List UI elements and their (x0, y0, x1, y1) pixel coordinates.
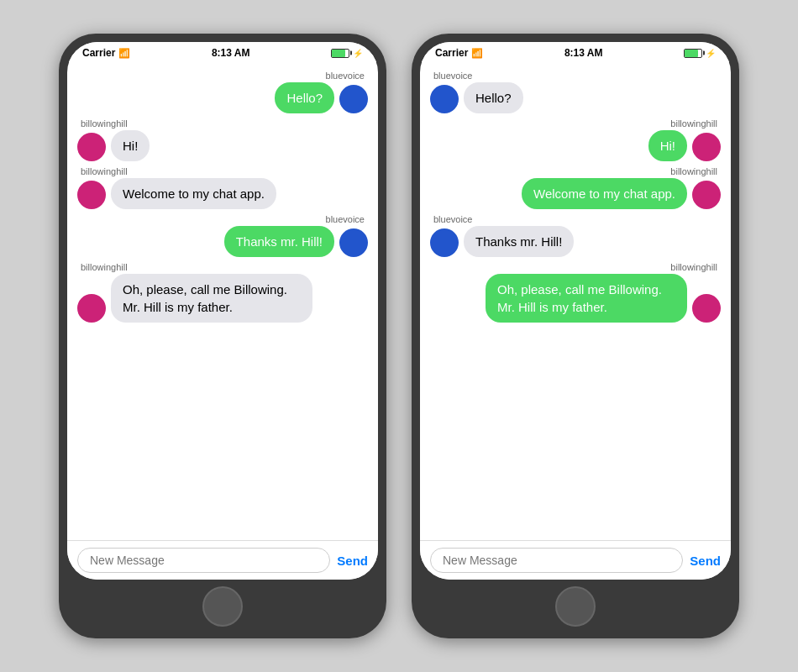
status-time: 8:13 AM (212, 47, 250, 59)
carrier-label: Carrier (82, 47, 115, 59)
battery-fill (685, 50, 698, 57)
input-bar: Send (67, 540, 378, 580)
chat-area: bluevoiceHello?billowinghillHi!billowing… (420, 62, 731, 540)
avatar (430, 85, 459, 113)
avatar (339, 85, 368, 113)
message-row: billowinghillWelcome to my chat app. (77, 166, 368, 209)
avatar (77, 294, 106, 323)
message-bubble: Welcome to my chat app. (522, 178, 687, 209)
message-bubble: Hello? (464, 82, 523, 113)
chat-area: bluevoiceHello?billowinghillHi!billowing… (67, 62, 378, 540)
phone-screen: Carrier 📶 8:13 AM ⚡ bluevoiceHello?billo… (67, 42, 378, 580)
bubble-row: Oh, please, call me Billowing. Mr. Hill … (77, 274, 312, 323)
message-bubble: Thanks mr. Hill! (224, 226, 334, 257)
send-button[interactable]: Send (690, 554, 721, 568)
avatar (692, 133, 721, 161)
message-bubble: Thanks mr. Hill! (464, 226, 574, 257)
avatar (692, 294, 721, 323)
message-bubble: Hi! (111, 130, 150, 161)
message-row: billowinghillOh, please, call me Billowi… (430, 262, 721, 323)
message-row: billowinghillHi! (77, 118, 368, 161)
message-row: bluevoiceHello? (77, 71, 368, 113)
sender-label: billowinghill (667, 166, 721, 176)
bolt-icon: ⚡ (706, 49, 716, 58)
message-bubble: Hello? (275, 82, 334, 113)
message-row: bluevoiceThanks mr. Hill! (77, 214, 368, 257)
bubble-row: Welcome to my chat app. (522, 178, 721, 209)
sender-label: billowinghill (667, 262, 721, 272)
message-row: billowinghillOh, please, call me Billowi… (77, 262, 368, 323)
status-time: 8:13 AM (564, 47, 603, 59)
sender-label: bluevoice (430, 71, 475, 81)
sender-label: billowinghill (667, 118, 721, 129)
bubble-row: Hi! (77, 130, 150, 161)
phone-right: Carrier 📶 8:13 AM ⚡ bluevoiceHello?billo… (412, 34, 739, 638)
message-input[interactable] (77, 548, 330, 573)
avatar (77, 181, 106, 209)
avatar (430, 228, 459, 257)
bolt-icon: ⚡ (353, 49, 363, 58)
bubble-row: Thanks mr. Hill! (430, 226, 574, 257)
message-bubble: Oh, please, call me Billowing. Mr. Hill … (486, 274, 687, 323)
bubble-row: Oh, please, call me Billowing. Mr. Hill … (486, 274, 721, 323)
message-bubble: Oh, please, call me Billowing. Mr. Hill … (111, 274, 312, 323)
avatar (692, 181, 721, 209)
message-bubble: Hi! (648, 130, 687, 161)
status-right: ⚡ (684, 49, 716, 58)
message-input[interactable] (430, 548, 683, 573)
avatar (339, 228, 368, 257)
sender-label: bluevoice (430, 214, 475, 224)
sender-label: bluevoice (323, 71, 368, 81)
wifi-icon: 📶 (471, 48, 483, 59)
message-row: billowinghillWelcome to my chat app. (430, 166, 721, 209)
status-left: Carrier 📶 (435, 47, 483, 59)
phone-screen: Carrier 📶 8:13 AM ⚡ bluevoiceHello?billo… (420, 42, 731, 580)
sender-label: bluevoice (323, 214, 368, 224)
bubble-row: Hello? (275, 82, 368, 113)
message-row: billowinghillHi! (430, 118, 721, 161)
bubble-row: Hi! (648, 130, 721, 161)
sender-label: billowinghill (77, 166, 131, 176)
send-button[interactable]: Send (337, 554, 368, 568)
status-bar: Carrier 📶 8:13 AM ⚡ (67, 42, 378, 62)
battery-icon (684, 49, 702, 58)
bubble-row: Hello? (430, 82, 523, 113)
status-right: ⚡ (331, 49, 363, 58)
carrier-label: Carrier (435, 47, 468, 59)
home-button[interactable] (555, 586, 596, 627)
avatar (77, 133, 106, 161)
sender-label: billowinghill (77, 118, 131, 129)
home-button[interactable] (202, 586, 243, 627)
message-bubble: Welcome to my chat app. (111, 178, 276, 209)
bubble-row: Welcome to my chat app. (77, 178, 276, 209)
status-left: Carrier 📶 (82, 47, 130, 59)
message-row: bluevoiceHello? (430, 71, 721, 113)
bubble-row: Thanks mr. Hill! (224, 226, 368, 257)
status-bar: Carrier 📶 8:13 AM ⚡ (420, 42, 731, 62)
message-row: bluevoiceThanks mr. Hill! (430, 214, 721, 257)
input-bar: Send (420, 540, 731, 580)
phone-left: Carrier 📶 8:13 AM ⚡ bluevoiceHello?billo… (59, 34, 386, 638)
phones-container: Carrier 📶 8:13 AM ⚡ bluevoiceHello?billo… (59, 34, 739, 638)
sender-label: billowinghill (77, 262, 131, 272)
battery-fill (332, 50, 345, 57)
wifi-icon: 📶 (118, 48, 130, 59)
battery-icon (331, 49, 349, 58)
